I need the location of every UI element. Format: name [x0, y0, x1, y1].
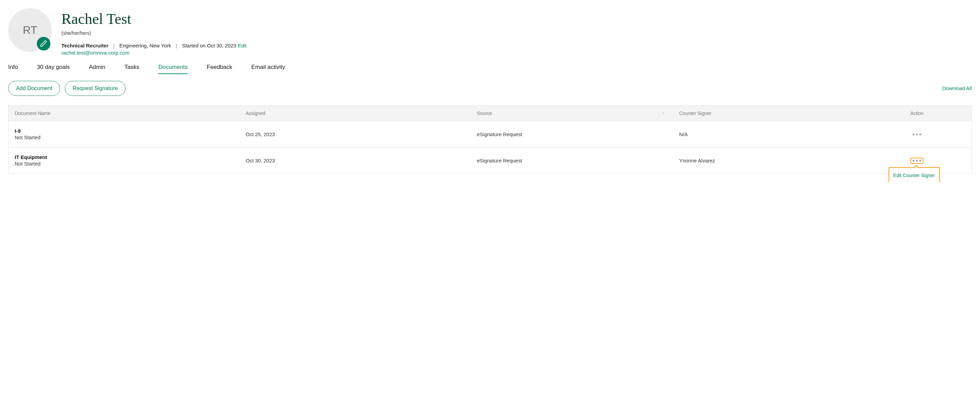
dot-icon: [916, 133, 918, 136]
col-header-source[interactable]: Source ↑: [471, 106, 673, 121]
person-name: Rachel Test: [61, 10, 972, 28]
documents-toolbar: Add Document Request Signature Download …: [8, 81, 972, 96]
col-header-signer[interactable]: Counter Signer: [673, 106, 904, 121]
meta-divider: |: [113, 43, 115, 48]
toolbar-right: Download All: [942, 85, 972, 91]
person-meta: Technical Recruiter | Engineering, New Y…: [61, 43, 972, 48]
cell-assigned: Oct 25, 2023: [240, 121, 471, 147]
tab-goals[interactable]: 30 day goals: [37, 64, 70, 74]
request-signature-button[interactable]: Request Signature: [65, 81, 126, 96]
person-email[interactable]: rachel.test@omniva-corp.com: [61, 50, 972, 56]
cell-document-name: I-9 Not Started: [8, 121, 240, 147]
sort-ascending-icon: ↑: [662, 110, 664, 115]
person-title: Technical Recruiter: [61, 43, 108, 48]
pencil-icon: [40, 40, 48, 48]
edit-counter-signer-action[interactable]: Edit Counter Signer: [893, 171, 935, 179]
table-row: I-9 Not Started Oct 25, 2023 eSignature …: [8, 121, 972, 147]
doc-title: IT Equipment: [15, 154, 234, 160]
row-actions-popover: Edit Counter Signer Cancel: [889, 167, 940, 182]
col-header-source-label: Source: [477, 110, 492, 116]
table-row: IT Equipment Not Started Oct 30, 2023 eS…: [8, 147, 972, 174]
cell-assigned: Oct 30, 2023: [240, 147, 471, 174]
dot-icon: [919, 133, 921, 136]
dot-icon: [913, 160, 915, 162]
person-info: Rachel Test (she/her/hers) Technical Rec…: [61, 8, 972, 56]
edit-start-link[interactable]: Edit: [238, 43, 247, 48]
cell-action: [904, 121, 972, 147]
person-header: RT Rachel Test (she/her/hers) Technical …: [8, 8, 972, 56]
tab-documents[interactable]: Documents: [158, 64, 188, 74]
cell-document-name: IT Equipment Not Started: [8, 147, 240, 174]
meta-divider: |: [176, 43, 177, 48]
avatar-initials: RT: [23, 24, 37, 37]
person-pronouns: (she/her/hers): [61, 30, 972, 36]
row-actions-menu-button[interactable]: [910, 158, 923, 164]
doc-title: I-9: [15, 128, 234, 134]
dot-icon: [919, 160, 921, 162]
doc-status: Not Started: [15, 134, 234, 140]
cancel-action[interactable]: Cancel: [893, 179, 935, 182]
col-header-assigned[interactable]: Assigned: [240, 106, 471, 121]
toolbar-left: Add Document Request Signature: [8, 81, 126, 96]
cell-source: eSignature Request: [471, 121, 673, 147]
download-all-link[interactable]: Download All: [942, 85, 972, 91]
col-header-name[interactable]: Document Name: [8, 106, 240, 121]
tab-feedback[interactable]: Feedback: [207, 64, 232, 74]
add-document-button[interactable]: Add Document: [8, 81, 60, 96]
person-dept-location: Engineering, New York: [119, 43, 171, 48]
tab-admin[interactable]: Admin: [89, 64, 105, 74]
cell-signer: Ynonne Alvarez: [673, 147, 904, 174]
cell-source: eSignature Request: [471, 147, 673, 174]
tab-info[interactable]: Info: [8, 64, 18, 74]
dot-icon: [916, 160, 918, 162]
table-header-row: Document Name Assigned Source ↑ Counter …: [8, 106, 972, 121]
row-actions-menu-button[interactable]: [910, 131, 923, 137]
person-start: Started on Oct 30, 2023: [182, 43, 236, 48]
documents-table: Document Name Assigned Source ↑ Counter …: [8, 105, 972, 174]
tab-email-activity[interactable]: Email activity: [251, 64, 285, 74]
edit-avatar-button[interactable]: [37, 37, 51, 51]
doc-status: Not Started: [15, 161, 234, 166]
dot-icon: [913, 133, 915, 136]
row-actions-wrapper: Edit Counter Signer Cancel: [910, 157, 923, 164]
avatar-wrapper: RT: [8, 8, 52, 52]
cell-signer: N/A: [673, 121, 904, 147]
tab-bar: Info 30 day goals Admin Tasks Documents …: [8, 64, 972, 74]
person-start-wrapper: Started on Oct 30, 2023 Edit: [182, 43, 247, 48]
cell-action: Edit Counter Signer Cancel: [904, 147, 972, 174]
tab-tasks[interactable]: Tasks: [124, 64, 139, 74]
col-header-action: Action: [904, 106, 972, 121]
